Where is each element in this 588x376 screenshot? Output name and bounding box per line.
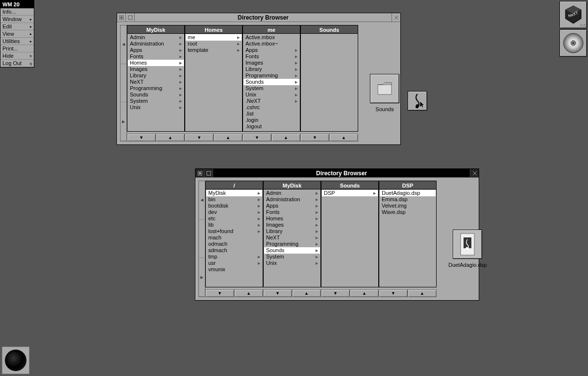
preview-icon[interactable] [453, 230, 482, 259]
menu-item-utilities[interactable]: Utilities▸ [0, 38, 34, 45]
browser-left-scroll[interactable]: ◀▶ [120, 25, 127, 141]
column-list[interactable]: me▶root▶template▶ [185, 34, 243, 132]
list-item[interactable]: Programming▶ [128, 85, 184, 92]
list-item[interactable]: Unix▶ [128, 104, 184, 111]
column-list[interactable] [300, 34, 358, 132]
list-item[interactable]: Apps▶ [244, 47, 299, 53]
list-item[interactable]: lost+found▶ [206, 228, 262, 235]
window-menu-button[interactable] [204, 169, 213, 177]
list-item[interactable]: Unix▶ [244, 92, 299, 98]
preview-icon[interactable] [370, 74, 399, 103]
list-item[interactable]: template▶ [186, 47, 242, 53]
list-item[interactable]: Active.mbox~ [244, 41, 299, 47]
list-item[interactable]: .list [244, 111, 299, 117]
list-item[interactable]: System▶ [264, 254, 320, 260]
list-item[interactable]: Administration▶ [128, 41, 184, 47]
scroll-up-button[interactable]: ▲ [214, 134, 243, 141]
list-item[interactable]: .login [244, 117, 299, 123]
menu-item-view[interactable]: View▸ [0, 30, 34, 38]
list-item[interactable]: System▶ [244, 85, 299, 92]
scroll-up-button[interactable]: ▲ [234, 289, 263, 297]
list-item[interactable]: Fonts▶ [128, 53, 184, 60]
column-list[interactable]: DSP▶ [321, 189, 379, 287]
list-item[interactable]: Fonts▶ [244, 53, 299, 60]
scroll-down-button[interactable]: ▼ [379, 289, 408, 297]
dock-icon-disc[interactable] [560, 29, 587, 57]
list-item[interactable]: Velvet.img [380, 203, 436, 209]
menu-item-info[interactable]: Info... [0, 8, 34, 16]
scroll-down-button[interactable]: ▼ [263, 289, 292, 297]
list-item[interactable]: lib▶ [206, 222, 262, 228]
column-list[interactable]: Active.mboxActive.mbox~Apps▶Fonts▶Images… [243, 34, 300, 132]
window-menu-button[interactable] [126, 13, 135, 22]
list-item[interactable]: Emma.dsp [380, 196, 436, 203]
list-item[interactable]: Fonts▶ [264, 209, 320, 215]
desktop-icon-sound[interactable] [408, 91, 427, 111]
list-item[interactable]: MyDisk▶ [206, 190, 262, 196]
list-item[interactable]: Sounds▶ [244, 79, 299, 85]
list-item[interactable]: Admin▶ [128, 34, 184, 41]
scroll-up-button[interactable]: ▲ [350, 289, 379, 297]
list-item[interactable]: bin▶ [206, 196, 262, 203]
scroll-down-button[interactable]: ▼ [127, 134, 156, 141]
list-item[interactable]: .logout [244, 123, 299, 130]
list-item[interactable]: odmach [206, 241, 262, 247]
list-item[interactable]: Administration▶ [264, 196, 320, 203]
list-item[interactable]: etc▶ [206, 215, 262, 222]
close-button[interactable] [392, 13, 400, 22]
menu-item-print[interactable]: Print... [0, 45, 34, 52]
list-item[interactable]: Images▶ [264, 222, 320, 228]
list-item[interactable]: Library▶ [128, 72, 184, 79]
list-item[interactable]: Programming▶ [244, 72, 299, 79]
list-item[interactable]: NeXT▶ [128, 79, 184, 85]
list-item[interactable]: bootdisk▶ [206, 203, 262, 209]
list-item[interactable]: sdmach [206, 247, 262, 254]
list-item[interactable]: root▶ [186, 41, 242, 47]
list-item[interactable]: NeXT▶ [264, 235, 320, 241]
recycler-icon[interactable] [2, 347, 29, 374]
column-list[interactable]: MyDisk▶bin▶bootdisk▶dev▶etc▶lib▶lost+fou… [205, 189, 263, 287]
close-button[interactable] [470, 169, 479, 177]
menu-item-hide[interactable]: Hideh [0, 52, 34, 60]
titlebar[interactable]: Directory Browser [196, 169, 479, 178]
list-item[interactable]: tmp▶ [206, 254, 262, 260]
scroll-up-button[interactable]: ▲ [271, 134, 300, 141]
menu-item-logout[interactable]: Log Outq [0, 60, 34, 67]
list-item[interactable]: Homes▶ [264, 215, 320, 222]
list-item[interactable]: .cshrc [244, 104, 299, 111]
list-item[interactable]: Library▶ [244, 66, 299, 72]
list-item[interactable]: Sounds▶ [264, 247, 320, 254]
column-list[interactable]: DuetAdagio.dspEmma.dspVelvet.imgWave.dsp [379, 189, 437, 287]
scroll-down-button[interactable]: ▼ [300, 134, 329, 141]
dock-icon-next[interactable]: NeXT 0.8 [560, 1, 587, 28]
scroll-down-button[interactable]: ▼ [185, 134, 214, 141]
list-item[interactable]: Images▶ [128, 66, 184, 72]
menu-title[interactable]: WM 20 [0, 0, 34, 8]
miniaturize-button[interactable] [117, 13, 126, 22]
list-item[interactable]: Apps▶ [128, 47, 184, 53]
list-item[interactable]: Apps▶ [264, 203, 320, 209]
list-item[interactable]: usr▶ [206, 260, 262, 266]
list-item[interactable]: .NeXT▶ [244, 98, 299, 104]
list-item[interactable]: DSP▶ [322, 190, 378, 196]
list-item[interactable]: Active.mbox [244, 34, 299, 41]
list-item[interactable]: Images▶ [244, 60, 299, 66]
list-item[interactable]: Homes▶ [128, 60, 184, 66]
list-item[interactable]: Programming▶ [264, 241, 320, 247]
scroll-up-button[interactable]: ▲ [329, 134, 358, 141]
list-item[interactable]: Sounds▶ [128, 92, 184, 98]
list-item[interactable]: Wave.dsp [380, 209, 436, 215]
menu-item-window[interactable]: Window▸ [0, 16, 34, 23]
list-item[interactable]: DuetAdagio.dsp [380, 190, 436, 196]
menu-item-edit[interactable]: Edit▸ [0, 23, 34, 30]
list-item[interactable]: Admin▶ [264, 190, 320, 196]
column-list[interactable]: Admin▶Administration▶Apps▶Fonts▶Homes▶Im… [263, 189, 321, 287]
list-item[interactable]: dev▶ [206, 209, 262, 215]
browser-left-scroll[interactable]: ◀▶ [198, 181, 205, 297]
list-item[interactable]: mach [206, 235, 262, 241]
list-item[interactable]: Library▶ [264, 228, 320, 235]
titlebar[interactable]: Directory Browser [117, 13, 400, 22]
scroll-up-button[interactable]: ▲ [408, 289, 437, 297]
miniaturize-button[interactable] [196, 169, 204, 177]
scroll-up-button[interactable]: ▲ [292, 289, 321, 297]
